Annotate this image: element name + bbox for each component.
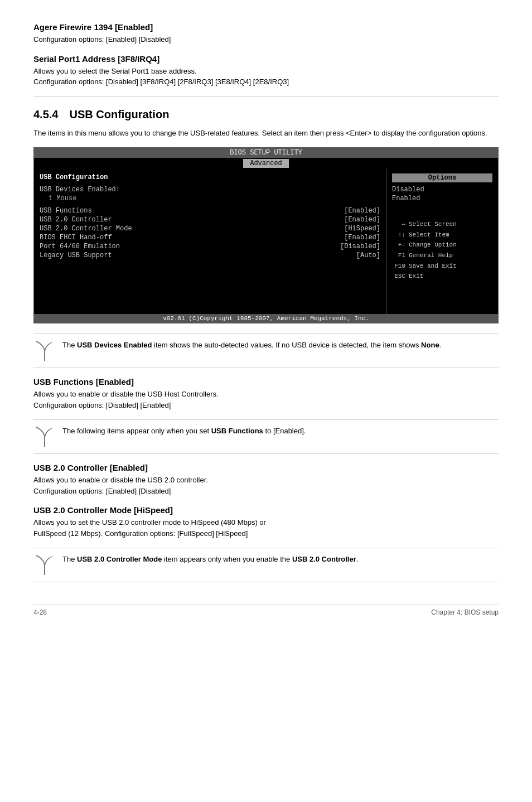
note-text-3: The USB 2.0 Controller Mode item appears… [62, 554, 358, 565]
bios-items-list: USB Functions [Enabled] USB 2.0 Controll… [40, 207, 380, 259]
agere-config: Configuration options: [Enabled] [Disabl… [33, 34, 499, 45]
bios-key-screen: ↔ Select Screen [392, 219, 492, 230]
bios-key-exit: ESC Exit [392, 271, 492, 282]
bios-option-enabled[interactable]: Enabled [392, 195, 492, 202]
usb20mode-heading: USB 2.0 Controller Mode [HiSpeed] [33, 505, 499, 515]
usb-functions-section: USB Functions [Enabled] Allows you to en… [33, 377, 499, 410]
note1-bold2: None [421, 341, 439, 349]
agere-section: Agere Firewire 1394 [Enabled] Configurat… [33, 22, 499, 45]
bios-body: USB Configuration USB Devices Enabled: 1… [34, 169, 498, 314]
bios-key-item: ↑↓ Select Item [392, 230, 492, 240]
bios-row-usb-functions[interactable]: USB Functions [Enabled] [40, 207, 380, 215]
bios-row-legacy[interactable]: Legacy USB Support [Auto] [40, 252, 380, 259]
bios-key-legend: ↔ Select Screen ↑↓ Select Item +- Change… [392, 219, 492, 282]
bios-tab-advanced[interactable]: Advanced [243, 159, 289, 168]
usb20ctrl-text: Allows you to enable or disable the USB … [33, 475, 499, 496]
bios-tab-bar: Advanced [34, 158, 498, 169]
footer-right: Chapter 4: BIOS setup [431, 608, 499, 616]
serial-heading: Serial Port1 Address [3F8/IRQ4] [33, 54, 499, 64]
note-box-1: The USB Devices Enabled item shows the a… [33, 334, 499, 368]
agere-heading: Agere Firewire 1394 [Enabled] [33, 22, 499, 32]
usb-functions-heading: USB Functions [Enabled] [33, 377, 499, 386]
usb20mode-section: USB 2.0 Controller Mode [HiSpeed] Allows… [33, 505, 499, 539]
bios-left-panel: USB Configuration USB Devices Enabled: 1… [34, 169, 386, 314]
note-icon-2 [33, 426, 56, 448]
bios-devices-label: USB Devices Enabled: [40, 186, 380, 194]
bios-row-usb20ctrl[interactable]: USB 2.0 Controller [Enabled] [40, 216, 380, 224]
usb-config-major-section: 4.5.4 USB Configuration The items in thi… [33, 108, 499, 139]
serial-section: Serial Port1 Address [3F8/IRQ4] Allows y… [33, 54, 499, 88]
bios-options-title: Options [392, 173, 492, 182]
divider-1 [33, 96, 499, 97]
bios-key-change: +- Change Option [392, 240, 492, 250]
usb20ctrl-heading: USB 2.0 Controller [Enabled] [33, 463, 499, 472]
bios-row-usb20mode[interactable]: USB 2.0 Controller Mode [HiSpeed] [40, 225, 380, 233]
bios-screenshot: BIOS SETUP UTILITY Advanced USB Configur… [33, 147, 499, 323]
note-icon-3 [33, 554, 56, 576]
usb-config-intro: The items in this menu allows you to cha… [33, 128, 499, 139]
note-box-2: The following items appear only when you… [33, 419, 499, 454]
bios-footer: v02.61 (C)Copyright 1985-2007, American … [34, 314, 498, 323]
note1-bold1: USB Devices Enabled [77, 341, 152, 349]
page-footer: 4-28 Chapter 4: BIOS setup [33, 605, 499, 616]
note2-bold: USB Functions [211, 427, 263, 435]
bios-devices-value: 1 Mouse [40, 195, 380, 202]
bios-row-port6460[interactable]: Port 64/60 Emulation [Disabled] [40, 243, 380, 250]
usb20mode-text: Allows you to set the USB 2.0 controller… [33, 517, 499, 539]
bios-key-save: F10 Save and Exit [392, 261, 492, 272]
section-number: 4.5.4 [33, 108, 58, 121]
note-box-3: The USB 2.0 Controller Mode item appears… [33, 548, 499, 582]
note-icon-1 [33, 340, 56, 362]
section-title: USB Configuration [69, 108, 169, 121]
usb20ctrl-section: USB 2.0 Controller [Enabled] Allows you … [33, 463, 499, 496]
usb-config-major-heading: 4.5.4 USB Configuration [33, 108, 499, 121]
bios-title-bar: BIOS SETUP UTILITY [34, 148, 498, 158]
bios-left-title: USB Configuration [40, 173, 380, 181]
serial-desc: Allows you to select the Serial Port1 ba… [33, 66, 499, 88]
bios-row-ehci[interactable]: BIOS EHCI Hand-off [Enabled] [40, 234, 380, 241]
bios-right-panel: Options Disabled Enabled ↔ Select Screen… [386, 169, 498, 314]
note3-bold2: USB 2.0 Controller [292, 555, 356, 563]
bios-key-help: F1 General Help [392, 250, 492, 261]
usb-functions-text: Allows you to enable or disable the USB … [33, 389, 499, 410]
note3-bold1: USB 2.0 Controller Mode [77, 555, 162, 563]
bios-option-disabled[interactable]: Disabled [392, 186, 492, 194]
note-text-1: The USB Devices Enabled item shows the a… [62, 340, 441, 351]
note-text-2: The following items appear only when you… [62, 426, 306, 437]
footer-left: 4-28 [33, 608, 47, 616]
